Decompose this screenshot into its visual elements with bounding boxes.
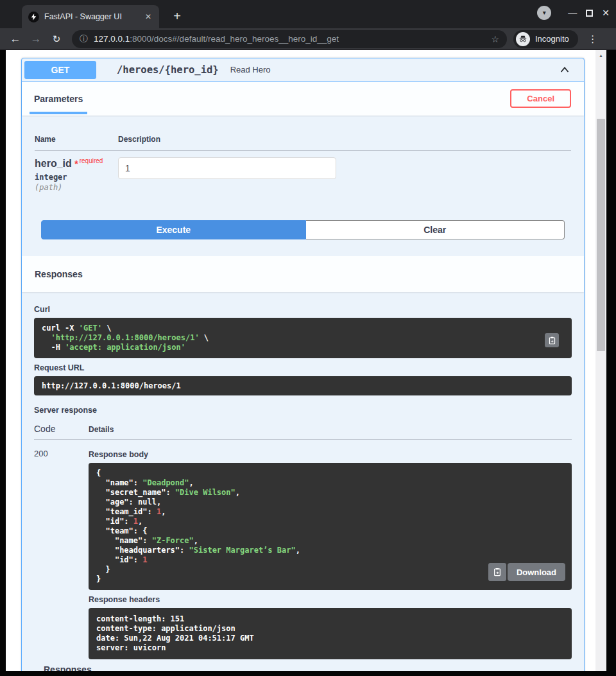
server-response-label: Server response [34,406,572,415]
browser-toolbar: ← → ↻ ⓘ 127.0.0.1:8000/docs#/default/rea… [0,28,616,50]
incognito-icon [516,32,530,46]
column-header-name: Name [35,135,118,144]
collapse-chevron-icon[interactable] [558,64,571,76]
response-row-200: 200 Response body { "name": "Deadpond", … [34,449,572,659]
responses-title: Responses [35,269,83,279]
required-label: required [80,157,103,164]
url-path: :8000/docs#/default/read_hero_heroes__he… [130,34,339,44]
page-scrollbar[interactable]: ▲ [595,50,606,676]
new-tab-button[interactable]: + [168,8,186,26]
endpoint-summary: Read Hero [230,65,271,74]
param-location: (path) [35,183,118,192]
curl-code-block: curl -X 'GET' \ 'http://127.0.0.1:8000/h… [34,318,572,358]
execute-button-group: Execute Clear [22,220,584,256]
responses-body: Curl curl -X 'GET' \ 'http://127.0.0.1:8… [22,292,584,675]
request-url-value: http://127.0.0.1:8000/heroes/1 [34,376,572,395]
bookmark-star-icon[interactable]: ☆ [491,34,499,44]
opblock-summary[interactable]: GET /heroes/{hero_id} Read Hero [22,58,584,82]
forward-button[interactable]: → [26,33,46,46]
execute-button[interactable]: Execute [41,220,306,239]
parameters-table: Name Description hero_id *required integ… [22,116,584,220]
curl-copy-button[interactable] [545,333,559,347]
response-copy-button[interactable] [488,563,506,581]
clear-button[interactable]: Clear [306,220,565,239]
tab-title: FastAPI - Swagger UI [44,12,142,21]
response-headers-block: content-length: 151content-type: applica… [89,608,572,659]
param-row-hero-id: hero_id *required integer (path) [35,151,571,192]
fastapi-favicon-icon [28,12,39,22]
tab-parameters[interactable]: Parameters [30,83,87,114]
param-name: hero_id [35,158,72,169]
hero-id-input[interactable] [118,157,336,179]
incognito-badge: Incognito [513,30,578,48]
response-headers-label: Response headers [89,595,572,604]
response-table-header: Code Details [34,424,572,440]
tab-search-icon[interactable]: ▾ [537,6,551,20]
url-text: 127.0.0.1:8000/docs#/default/read_hero_h… [94,34,486,44]
maximize-button[interactable] [586,10,593,17]
curl-label: Curl [34,305,572,314]
browser-tab[interactable]: FastAPI - Swagger UI ✕ [22,5,159,28]
required-star: * [74,159,78,169]
method-badge: GET [24,61,96,79]
endpoint-path: /heroes/{hero_id} [117,64,219,76]
tab-strip: FastAPI - Swagger UI ✕ + ▾ — ✕ [0,0,616,28]
url-host: 127.0.0.1 [94,34,130,44]
column-header-description: Description [118,135,160,144]
download-button[interactable]: Download [508,563,565,581]
page-viewport: GET /heroes/{hero_id} Read Hero Paramete… [6,50,595,676]
parameters-section-header: Parameters Cancel [22,82,584,116]
response-body-label: Response body [89,450,572,459]
tab-close-icon[interactable]: ✕ [142,11,154,22]
url-bar[interactable]: ⓘ 127.0.0.1:8000/docs#/default/read_hero… [72,30,507,48]
status-code: 200 [34,449,89,659]
incognito-label: Incognito [535,34,569,44]
details-column-header: Details [89,425,114,434]
scrollbar-up-icon[interactable]: ▲ [595,50,606,58]
code-column-header: Code [34,424,89,434]
site-info-icon[interactable]: ⓘ [80,33,88,45]
window-close-button[interactable]: ✕ [602,8,610,18]
browser-menu-icon[interactable]: ⋮ [583,33,603,45]
opblock-get-heroes: GET /heroes/{hero_id} Read Hero Paramete… [21,58,585,675]
responses-section-header: Responses [22,256,584,292]
response-body-block: { "name": "Deadpond", "secret_name": "Di… [89,463,572,590]
minimize-button[interactable]: — [568,5,577,21]
scrollbar-thumb[interactable] [597,119,605,351]
reload-button[interactable]: ↻ [46,33,67,45]
back-button[interactable]: ← [5,33,26,46]
request-url-label: Request URL [34,363,572,372]
window-bottom-border [0,671,616,676]
cancel-button[interactable]: Cancel [510,89,571,108]
param-type: integer [35,173,118,182]
